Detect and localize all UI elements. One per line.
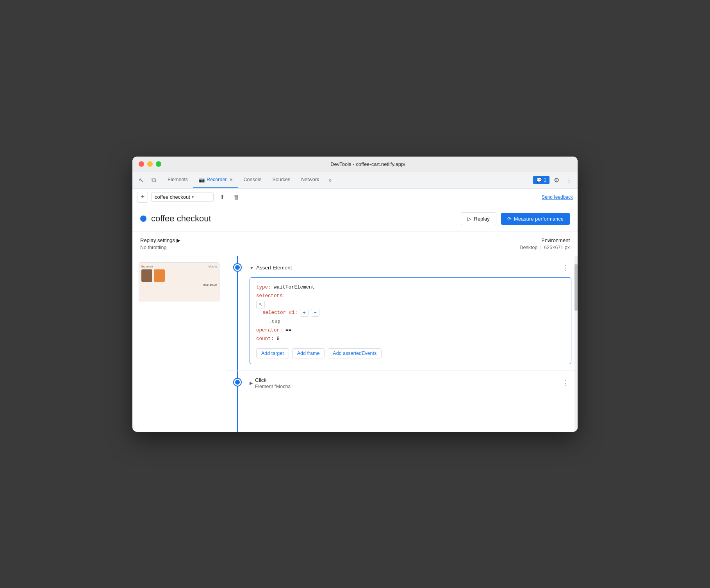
recording-name-dropdown[interactable]: coffee checkout ▾: [151, 192, 214, 202]
step-dot-assert: [234, 264, 241, 271]
delete-button[interactable]: 🗑: [231, 192, 242, 203]
add-frame-button[interactable]: Add frame: [292, 348, 325, 358]
selector-row: selector #1: + −: [262, 308, 565, 317]
recorder-icon: 📷: [199, 177, 205, 183]
minimize-button[interactable]: [147, 161, 153, 167]
cursor-tool-button[interactable]: ↖: [136, 175, 146, 185]
step-arrow-assert: ▼: [250, 265, 254, 270]
export-button[interactable]: ⬆: [217, 192, 228, 203]
divider: [541, 245, 541, 250]
more-options-button[interactable]: ⋮: [564, 175, 574, 185]
step-header-assert: ▼ Assert Element ⋮: [250, 262, 571, 273]
title-bar: DevTools - coffee-cart.netlify.app/: [132, 157, 578, 172]
device-icon: ⧉: [152, 176, 156, 184]
tab-elements-label: Elements: [168, 177, 188, 182]
tab-icons: ↖ ⧉: [136, 175, 159, 185]
click-step: ▶ Click Element "Mocha" ⋮: [226, 371, 578, 396]
settings-right: Environment Desktop 625×671 px: [519, 237, 570, 250]
thumbnail-panel: Espresso Mocha Total: $0.00: [132, 256, 226, 432]
step-more-button-assert[interactable]: ⋮: [560, 262, 571, 273]
click-step-toggle[interactable]: ▶ Click Element "Mocha": [250, 377, 293, 389]
tab-network-label: Network: [301, 177, 319, 182]
type-key: type:: [256, 285, 271, 290]
replay-settings-label: Replay settings: [140, 237, 175, 243]
step-toggle-assert[interactable]: ▼ Assert Element: [250, 265, 292, 271]
thumb-col-espresso: Espresso: [141, 265, 153, 268]
dimensions-value: 625×671 px: [544, 245, 570, 250]
click-step-arrow: ▶: [250, 381, 253, 386]
tab-close-icon[interactable]: ✕: [229, 177, 233, 182]
settings-section: Replay settings ▶ No throttling Environm…: [132, 232, 578, 256]
tab-network[interactable]: Network: [296, 172, 325, 188]
tab-elements[interactable]: Elements: [162, 172, 193, 188]
maximize-button[interactable]: [156, 161, 161, 167]
add-recording-button[interactable]: +: [137, 192, 148, 203]
type-value: waitForElement: [274, 285, 315, 290]
thumb-item-espresso: [141, 269, 152, 282]
replay-settings-title: Replay settings ▶: [140, 237, 180, 243]
thumb-item-mocha: [154, 269, 165, 282]
thumb-col-mocha: Mocha: [209, 265, 217, 268]
scrollbar-thumb[interactable]: [574, 264, 578, 311]
scrollbar[interactable]: [574, 256, 578, 432]
more-tabs-button[interactable]: »: [325, 175, 335, 185]
replay-button[interactable]: ▷ Replay: [461, 212, 496, 225]
play-icon: ▷: [467, 216, 471, 222]
thumb-items: [141, 269, 217, 282]
tab-recorder[interactable]: 📷 Recorder ✕: [193, 172, 238, 188]
selector-picker-button[interactable]: ↖: [256, 301, 265, 308]
thumb-total: Total: $0.00: [141, 283, 217, 286]
gear-icon: ⚙: [554, 176, 559, 184]
selector-num-key: selector #1:: [262, 308, 298, 317]
operator-value: ==: [285, 328, 291, 333]
tab-console-label: Console: [244, 177, 262, 182]
replay-label: Replay: [474, 216, 489, 222]
code-selectors-line: selectors: ↖: [256, 292, 565, 308]
recording-thumbnail: Espresso Mocha Total: $0.00: [139, 262, 219, 301]
step-dot-click: [234, 379, 241, 386]
throttling-value: No throttling: [140, 245, 180, 250]
chevron-down-icon: ▾: [192, 195, 194, 199]
click-step-header: ▶ Click Element "Mocha" ⋮: [250, 377, 571, 389]
recording-name-text: coffee checkout: [155, 194, 190, 200]
selector-picker-icon: ↖: [259, 302, 262, 306]
timeline-content: ▼ Assert Element ⋮ type: waitForElement …: [226, 256, 578, 432]
desktop-label: Desktop: [519, 245, 537, 250]
step-more-button-click[interactable]: ⋮: [560, 378, 571, 388]
tab-console[interactable]: Console: [238, 172, 267, 188]
code-selector-num-line: selector #1: + −: [256, 308, 565, 317]
settings-left: Replay settings ▶ No throttling: [140, 237, 180, 250]
add-asserted-events-button[interactable]: Add assertedEvents: [328, 348, 382, 358]
chevron-right-icon[interactable]: ▶: [177, 237, 180, 243]
cursor-icon: ↖: [139, 176, 144, 184]
remove-selector-button[interactable]: −: [311, 309, 319, 317]
notifications-button[interactable]: 💬 1: [533, 176, 549, 184]
click-step-description: Element "Mocha": [255, 384, 293, 389]
count-value: 9: [277, 336, 280, 342]
settings-button[interactable]: ⚙: [551, 175, 562, 185]
traffic-lights: [139, 161, 161, 167]
operator-key: operator:: [256, 328, 283, 333]
send-feedback-link[interactable]: Send feedback: [542, 194, 573, 200]
code-selector-value-line: .cup: [256, 317, 565, 326]
add-selector-button[interactable]: +: [300, 309, 309, 317]
click-step-info: Click Element "Mocha": [255, 377, 293, 389]
delete-icon: 🗑: [234, 194, 239, 200]
count-key: count:: [256, 336, 274, 342]
assert-element-step: ▼ Assert Element ⋮ type: waitForElement …: [226, 256, 578, 371]
recording-header: coffee checkout ▷ Replay ⟳ Measure perfo…: [132, 206, 578, 232]
window-title: DevTools - coffee-cart.netlify.app/: [164, 161, 571, 167]
measure-performance-button[interactable]: ⟳ Measure performance: [501, 213, 570, 225]
code-operator-line: operator: ==: [256, 326, 565, 335]
plus-icon: +: [141, 193, 145, 201]
add-target-button[interactable]: Add target: [256, 348, 289, 358]
tabs-right: 💬 1 ⚙ ⋮: [533, 175, 574, 185]
environment-title: Environment: [519, 237, 570, 243]
close-button[interactable]: [139, 161, 144, 167]
step-actions: Add target Add frame Add assertedEvents: [256, 348, 565, 358]
code-count-line: count: 9: [256, 335, 565, 344]
step-more-icon-assert: ⋮: [562, 264, 569, 272]
recorder-toolbar: + coffee checkout ▾ ⬆ 🗑 Send feedback: [132, 189, 578, 206]
device-toggle-button[interactable]: ⧉: [148, 175, 159, 185]
tab-sources[interactable]: Sources: [267, 172, 296, 188]
